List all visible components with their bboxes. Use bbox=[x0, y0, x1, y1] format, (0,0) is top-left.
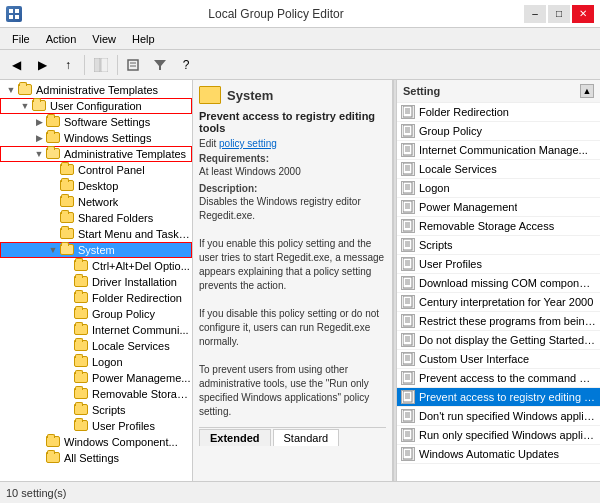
menu-help[interactable]: Help bbox=[124, 31, 163, 47]
scroll-up-btn[interactable]: ▲ bbox=[580, 84, 594, 98]
minimize-button[interactable]: – bbox=[524, 5, 546, 23]
setting-icon bbox=[401, 352, 415, 366]
tree-item-label: Windows Component... bbox=[64, 436, 178, 448]
tree-item[interactable]: ▼Administrative Templates bbox=[0, 82, 192, 98]
setting-row[interactable]: Locale Services bbox=[397, 160, 600, 179]
setting-row[interactable]: Download missing COM components bbox=[397, 274, 600, 293]
tree-expand-icon: ▶ bbox=[32, 133, 46, 143]
setting-row[interactable]: Internet Communication Manage... bbox=[397, 141, 600, 160]
tree-item[interactable]: Driver Installation bbox=[0, 274, 192, 290]
tree-item[interactable]: User Profiles bbox=[0, 418, 192, 434]
tab-extended[interactable]: Extended bbox=[199, 429, 271, 446]
svg-rect-6 bbox=[128, 60, 138, 70]
tree-item-label: Software Settings bbox=[64, 116, 150, 128]
window-title: Local Group Policy Editor bbox=[28, 7, 524, 21]
section-title: System bbox=[227, 88, 273, 103]
toolbar-help[interactable]: ? bbox=[174, 54, 198, 76]
tree-folder-icon bbox=[60, 243, 76, 257]
tree-item[interactable]: Power Manageme... bbox=[0, 370, 192, 386]
tree-item-label: Windows Settings bbox=[64, 132, 151, 144]
tree-item[interactable]: All Settings bbox=[0, 450, 192, 466]
tree-folder-icon bbox=[60, 211, 76, 225]
setting-icon bbox=[401, 409, 415, 423]
tree-item[interactable]: Start Menu and Taskb... bbox=[0, 226, 192, 242]
tree-item[interactable]: Scripts bbox=[0, 402, 192, 418]
tree-item[interactable]: ▼System bbox=[0, 242, 192, 258]
setting-name: Run only specified Windows applicatio... bbox=[419, 429, 596, 441]
setting-row[interactable]: Windows Automatic Updates bbox=[397, 445, 600, 464]
setting-name: Folder Redirection bbox=[419, 106, 509, 118]
toolbar-show-hide[interactable] bbox=[89, 54, 113, 76]
description-content: Disables the Windows registry editor Reg… bbox=[199, 195, 386, 419]
toolbar-back[interactable]: ◀ bbox=[4, 54, 28, 76]
setting-row[interactable]: Don't run specified Windows applicatio..… bbox=[397, 407, 600, 426]
setting-row[interactable]: Logon bbox=[397, 179, 600, 198]
tree-item[interactable]: Control Panel bbox=[0, 162, 192, 178]
setting-row[interactable]: User Profiles bbox=[397, 255, 600, 274]
setting-row[interactable]: Power Management bbox=[397, 198, 600, 217]
toolbar-forward[interactable]: ▶ bbox=[30, 54, 54, 76]
setting-row[interactable]: Removable Storage Access bbox=[397, 217, 600, 236]
tree-item[interactable]: Ctrl+Alt+Del Optio... bbox=[0, 258, 192, 274]
tree-item[interactable]: ▼Administrative Templates bbox=[0, 146, 192, 162]
setting-name: Locale Services bbox=[419, 163, 497, 175]
tree-folder-icon bbox=[46, 115, 62, 129]
policy-title: Prevent access to registry editing tools bbox=[199, 110, 386, 134]
setting-row[interactable]: Prevent access to registry editing tools bbox=[397, 388, 600, 407]
tree-item-label: System bbox=[78, 244, 115, 256]
setting-row[interactable]: Prevent access to the command promp... bbox=[397, 369, 600, 388]
tree-item-label: Shared Folders bbox=[78, 212, 153, 224]
tree-item[interactable]: Removable Storage... bbox=[0, 386, 192, 402]
setting-name: Removable Storage Access bbox=[419, 220, 554, 232]
setting-icon bbox=[401, 105, 415, 119]
setting-name: Century interpretation for Year 2000 bbox=[419, 296, 593, 308]
tree-item-label: Driver Installation bbox=[92, 276, 177, 288]
menu-action[interactable]: Action bbox=[38, 31, 85, 47]
setting-row[interactable]: Scripts bbox=[397, 236, 600, 255]
tree-item[interactable]: ▶Software Settings bbox=[0, 114, 192, 130]
tab-standard[interactable]: Standard bbox=[273, 429, 340, 446]
setting-icon bbox=[401, 276, 415, 290]
setting-row[interactable]: Group Policy bbox=[397, 122, 600, 141]
menu-view[interactable]: View bbox=[84, 31, 124, 47]
setting-name: Custom User Interface bbox=[419, 353, 529, 365]
toolbar-filter[interactable] bbox=[148, 54, 172, 76]
tree-item[interactable]: ▶Windows Settings bbox=[0, 130, 192, 146]
tree-item[interactable]: Network bbox=[0, 194, 192, 210]
tree-folder-icon bbox=[60, 227, 76, 241]
tree-item[interactable]: Windows Component... bbox=[0, 434, 192, 450]
setting-row[interactable]: Do not display the Getting Started welc.… bbox=[397, 331, 600, 350]
setting-row[interactable]: Restrict these programs from being lau..… bbox=[397, 312, 600, 331]
requirements-value: At least Windows 2000 bbox=[199, 165, 386, 179]
menu-file[interactable]: File bbox=[4, 31, 38, 47]
tree-item-label: Ctrl+Alt+Del Optio... bbox=[92, 260, 190, 272]
tree-item[interactable]: Desktop bbox=[0, 178, 192, 194]
tree-item[interactable]: Internet Communi... bbox=[0, 322, 192, 338]
tree-item[interactable]: Locale Services bbox=[0, 338, 192, 354]
tree-folder-icon bbox=[60, 163, 76, 177]
right-panel: Setting ▲ Folder RedirectionGroup Policy… bbox=[397, 80, 600, 481]
setting-row[interactable]: Folder Redirection bbox=[397, 103, 600, 122]
maximize-button[interactable]: □ bbox=[548, 5, 570, 23]
setting-name: Restrict these programs from being lau..… bbox=[419, 315, 596, 327]
edit-link[interactable]: policy setting bbox=[219, 138, 277, 149]
setting-row[interactable]: Run only specified Windows applicatio... bbox=[397, 426, 600, 445]
setting-icon bbox=[401, 390, 415, 404]
setting-row[interactable]: Century interpretation for Year 2000 bbox=[397, 293, 600, 312]
tree-folder-icon bbox=[74, 403, 90, 417]
toolbar-up[interactable]: ↑ bbox=[56, 54, 80, 76]
toolbar-properties[interactable] bbox=[122, 54, 146, 76]
tree-item[interactable]: Shared Folders bbox=[0, 210, 192, 226]
tree-item-label: Control Panel bbox=[78, 164, 145, 176]
tree-item[interactable]: ▼User Configuration bbox=[0, 98, 192, 114]
tree-folder-icon bbox=[74, 259, 90, 273]
tree-item[interactable]: Group Policy bbox=[0, 306, 192, 322]
tree-item[interactable]: Folder Redirection bbox=[0, 290, 192, 306]
setting-icon bbox=[401, 314, 415, 328]
close-button[interactable]: ✕ bbox=[572, 5, 594, 23]
tree-item[interactable]: Logon bbox=[0, 354, 192, 370]
toolbar-separator-1 bbox=[84, 55, 85, 75]
tree-folder-icon bbox=[46, 451, 62, 465]
tree-folder-icon bbox=[74, 275, 90, 289]
setting-row[interactable]: Custom User Interface bbox=[397, 350, 600, 369]
